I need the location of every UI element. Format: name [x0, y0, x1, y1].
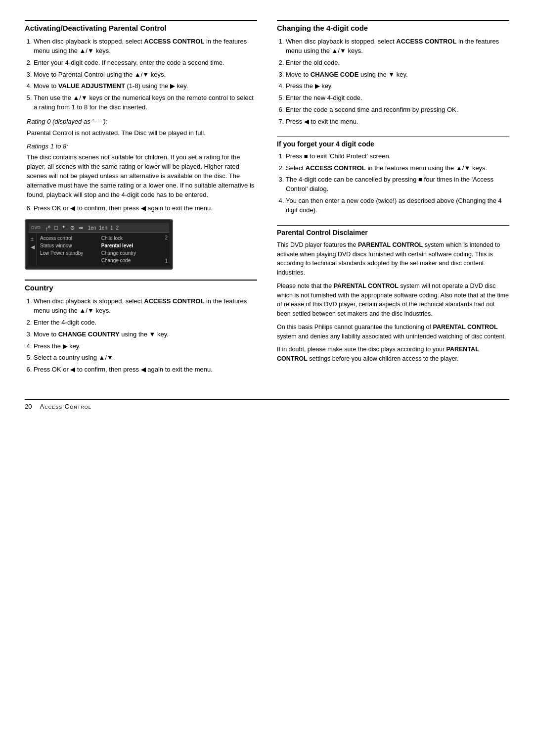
step-item: Press ◀ to exit the menu.	[286, 117, 509, 127]
section-forget-code: If you forget your 4 digit code Press ■ …	[277, 137, 509, 215]
left-column: Activating/Deactivating Parental Control…	[25, 20, 257, 384]
num-2-top: 2	[165, 235, 168, 240]
note-text: The disc contains scenes not suitable fo…	[27, 153, 257, 199]
section-heading-activating: Activating/Deactivating Parental Control	[25, 20, 257, 32]
steps-list-country: When disc playback is stopped, select AC…	[34, 297, 257, 375]
menu-status-window: Status window	[40, 242, 99, 249]
disclaimer-para-4: If in doubt, please make sure the disc p…	[277, 345, 509, 364]
screen-menu-right: Child lock Parental level Change country…	[101, 235, 161, 264]
step-item: Press ■ to exit 'Child Protect' screen.	[286, 152, 509, 161]
note-rating-zero: Rating 0 (displayed as '– –'): Parental …	[25, 117, 257, 138]
step-item: Press the ▶ key.	[34, 342, 257, 351]
icon-tally: ↑6	[45, 225, 50, 232]
icon-back-arrow: ◀	[31, 244, 35, 250]
bold-text: CHANGE CODE	[311, 71, 359, 78]
right-column: Changing the 4-digit code When disc play…	[277, 20, 509, 384]
counter-2: 2	[116, 225, 119, 231]
step-item: Enter your 4-digit code. If necessary, e…	[34, 58, 257, 68]
counter-1en-a: 1en	[88, 225, 96, 231]
footer-title: Access Control	[40, 403, 91, 410]
footer-page-number: 20	[25, 403, 32, 410]
step-item: When disc playback is stopped, select AC…	[34, 297, 257, 316]
step-item: Move to CHANGE COUNTRY using the ▼ key.	[34, 330, 257, 339]
screen-counters: 1en 1en 1 2	[88, 225, 119, 231]
dvd-label: DVD	[31, 225, 41, 230]
disclaimer-para-1: This DVD player features the PARENTAL CO…	[277, 240, 509, 278]
section-heading-change-code: Changing the 4-digit code	[277, 20, 509, 32]
menu-change-code: Change code	[101, 257, 161, 264]
step-item: Press OK or ◀ to confirm, then press ◀ a…	[34, 365, 257, 375]
section-disclaimer: Parental Control Disclaimer This DVD pla…	[277, 225, 509, 364]
section-heading-disclaimer: Parental Control Disclaimer	[277, 225, 509, 236]
step-item: Press OK or ◀ to confirm, then press ◀ a…	[34, 204, 257, 213]
bold-text: ACCESS CONTROL	[144, 297, 204, 305]
bold-text: CHANGE COUNTRY	[58, 331, 120, 338]
step-item: You can then enter a new code (twice!) a…	[286, 196, 509, 215]
step-item: Enter the code a second time and reconfi…	[286, 105, 509, 115]
steps-list-activating-cont: Press OK or ◀ to confirm, then press ◀ a…	[34, 204, 257, 213]
step-item: Enter the new 4-digit code.	[286, 94, 509, 103]
note-text: Parental Control is not activated. The D…	[27, 129, 257, 138]
menu-low-power: Low Power standby	[40, 250, 99, 256]
section-activating-parental: Activating/Deactivating Parental Control…	[25, 20, 257, 270]
step-item: Then use the ▲/▼ keys or the numerical k…	[34, 94, 257, 112]
note-title: Ratings 1 to 8:	[27, 142, 257, 151]
bold-text: ACCESS CONTROL	[396, 38, 456, 45]
num-1-bottom: 1	[165, 258, 168, 264]
screen-mockup: DVD ↑6 □ ↰ ⊙ ⇒ 1en 1en 1 2	[25, 219, 173, 270]
step-item: Enter the 4-digit code.	[34, 318, 257, 328]
icon-arrow: ⇒	[79, 225, 83, 231]
note-ratings-1-8: Ratings 1 to 8: The disc contains scenes…	[25, 142, 257, 200]
screen-menu-left: Access control Status window Low Power s…	[40, 235, 99, 264]
steps-list-forget-code: Press ■ to exit 'Child Protect' screen. …	[286, 152, 509, 215]
section-change-code: Changing the 4-digit code When disc play…	[277, 20, 509, 127]
bold-text: ACCESS CONTROL	[144, 38, 204, 45]
steps-list-activating: When disc playback is stopped, select AC…	[34, 37, 257, 112]
icon-box: □	[54, 225, 58, 231]
menu-parental-level: Parental level	[101, 242, 161, 249]
screen-left-icons: ± ◀	[29, 233, 37, 266]
step-item: Select a country using ▲/▼.	[34, 353, 257, 363]
step-item: Move to VALUE ADJUSTMENT (1-8) using the…	[34, 82, 257, 91]
screen-menu: Access control Status window Low Power s…	[37, 233, 163, 266]
bold-text: VALUE ADJUSTMENT	[58, 82, 125, 90]
section-country: Country When disc playback is stopped, s…	[25, 280, 257, 375]
icon-return: ↰	[62, 225, 66, 231]
icon-plus-minus: ±	[31, 236, 35, 242]
section-heading-country: Country	[25, 280, 257, 292]
page-layout: Activating/Deactivating Parental Control…	[25, 20, 509, 384]
page-footer: 20 Access Control	[25, 399, 509, 410]
step-item: When disc playback is stopped, select AC…	[286, 37, 509, 56]
screen-right-nums: 2 1	[163, 233, 169, 266]
steps-list-change-code: When disc playback is stopped, select AC…	[286, 37, 509, 127]
screen-icons: ↑6 □ ↰ ⊙ ⇒	[45, 225, 83, 232]
counter-1: 1	[110, 225, 113, 231]
step-item: Enter the old code.	[286, 58, 509, 68]
screen-top-bar: DVD ↑6 □ ↰ ⊙ ⇒ 1en 1en 1 2	[29, 223, 169, 234]
step-item: Move to CHANGE CODE using the ▼ key.	[286, 70, 509, 80]
step-item: When disc playback is stopped, select AC…	[34, 37, 257, 56]
section-heading-forget-code: If you forget your 4 digit code	[277, 137, 509, 148]
note-title: Rating 0 (displayed as '– –'):	[27, 117, 257, 127]
step-item: Move to Parental Control using the ▲/▼ k…	[34, 70, 257, 80]
step-item: Press the ▶ key.	[286, 82, 509, 91]
icon-circle: ⊙	[70, 225, 75, 231]
disclaimer-para-2: Please note that the PARENTAL CONTROL sy…	[277, 282, 509, 319]
menu-change-country: Change country	[101, 250, 161, 256]
step-item: Select ACCESS CONTROL in the features me…	[286, 164, 509, 173]
disclaimer-para-3: On this basis Philips cannot guarantee t…	[277, 323, 509, 341]
counter-1en-b: 1en	[99, 225, 107, 231]
bold-text: ACCESS CONTROL	[306, 164, 366, 172]
screen-body: ± ◀ Access control Status window Low Pow…	[29, 233, 169, 266]
menu-child-lock: Child lock	[101, 235, 161, 241]
step-item: The 4-digit code can be cancelled by pre…	[286, 175, 509, 194]
menu-access-control: Access control	[40, 235, 99, 241]
